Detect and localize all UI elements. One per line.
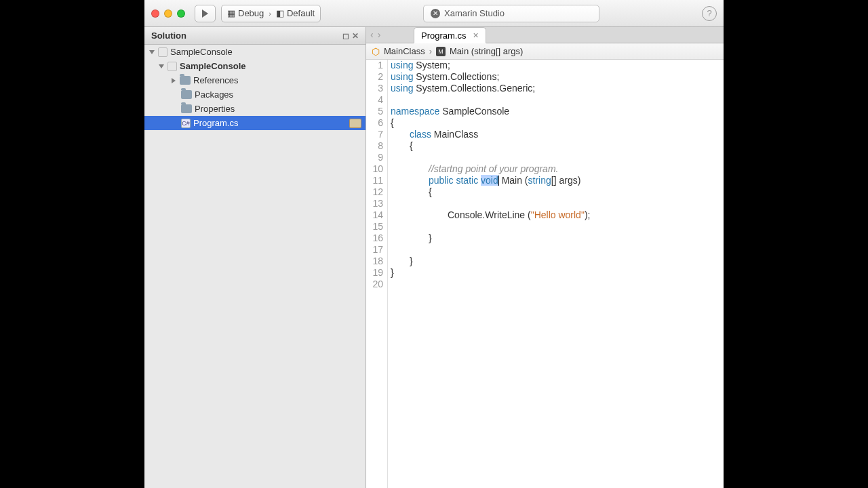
- folder-icon: [180, 76, 191, 85]
- packages-label: Packages: [195, 89, 233, 100]
- build-config-selector[interactable]: ▦ Debug › ◧ Default: [221, 5, 321, 22]
- disclosure-icon[interactable]: [149, 50, 155, 54]
- solution-panel-title: Solution: [151, 30, 186, 41]
- tab-label: Program.cs: [421, 30, 466, 41]
- solution-node[interactable]: SampleConsole: [144, 45, 366, 59]
- project-node[interactable]: SampleConsole: [144, 59, 366, 73]
- zoom-window-button[interactable]: [177, 9, 185, 18]
- nav-forward-button[interactable]: ›: [378, 29, 381, 40]
- text-cursor: [498, 176, 499, 186]
- folder-icon: [181, 90, 192, 99]
- nav-back-button[interactable]: ‹: [370, 29, 374, 40]
- solution-icon: [158, 47, 167, 57]
- program-file-node[interactable]: C# Program.cs: [144, 116, 366, 130]
- editor-area: ‹ › Program.cs × ⬡ MainClass › M Main (s…: [366, 27, 724, 488]
- minimize-window-button[interactable]: [164, 9, 172, 18]
- pin-icon[interactable]: ◻: [342, 31, 349, 41]
- solution-name: SampleConsole: [170, 47, 233, 57]
- code-editor[interactable]: 1234567891011121314151617181920 using Sy…: [366, 60, 724, 488]
- csharp-file-icon: C#: [181, 119, 191, 128]
- program-file-label: Program.cs: [193, 118, 238, 128]
- help-button[interactable]: ?: [702, 6, 717, 21]
- line-gutter: 1234567891011121314151617181920: [366, 60, 388, 488]
- packages-node[interactable]: Packages: [144, 87, 366, 102]
- disclosure-icon[interactable]: [172, 78, 176, 83]
- close-panel-icon[interactable]: ✕: [352, 31, 359, 41]
- solution-tree[interactable]: SampleConsole SampleConsole References P…: [144, 45, 366, 488]
- project-name: SampleConsole: [180, 61, 246, 71]
- build-config-default: Default: [287, 8, 315, 18]
- tab-program-cs[interactable]: Program.cs ×: [414, 27, 486, 43]
- close-tab-icon[interactable]: ×: [473, 30, 478, 40]
- run-button[interactable]: [195, 5, 216, 22]
- properties-label: Properties: [195, 104, 235, 114]
- properties-node[interactable]: Properties: [144, 102, 366, 116]
- component-icon[interactable]: [349, 119, 361, 128]
- breadcrumb-method[interactable]: Main (string[] args): [450, 46, 523, 56]
- solution-panel: Solution ◻ ✕ SampleConsole SampleConsole: [144, 27, 366, 488]
- xamarin-icon: ✕: [431, 9, 440, 18]
- references-label: References: [193, 75, 238, 85]
- code-content[interactable]: using System;using System.Collections;us…: [388, 60, 724, 488]
- status-bar[interactable]: ✕ Xamarin Studio: [423, 5, 599, 22]
- build-config-debug: Debug: [238, 8, 264, 18]
- close-window-button[interactable]: [151, 9, 159, 18]
- references-node[interactable]: References: [144, 73, 366, 87]
- folder-icon: [181, 104, 192, 113]
- app-title: Xamarin Studio: [444, 8, 505, 18]
- chevron-right-icon: ›: [429, 46, 432, 56]
- disclosure-icon[interactable]: [159, 64, 164, 68]
- toolbar: ▦ Debug › ◧ Default ✕ Xamarin Studio ?: [144, 0, 724, 27]
- play-icon: [202, 9, 208, 18]
- project-icon: [167, 62, 177, 71]
- window-controls: [151, 9, 185, 18]
- method-icon: M: [436, 47, 446, 56]
- chevron-right-icon: ›: [267, 9, 273, 18]
- class-icon: ⬡: [372, 46, 380, 57]
- breadcrumb-class[interactable]: MainClass: [384, 46, 425, 56]
- selected-token: void: [481, 175, 498, 186]
- breadcrumb[interactable]: ⬡ MainClass › M Main (string[] args): [366, 43, 724, 60]
- solution-panel-header: Solution ◻ ✕: [144, 27, 366, 45]
- tab-strip: ‹ › Program.cs ×: [366, 27, 724, 43]
